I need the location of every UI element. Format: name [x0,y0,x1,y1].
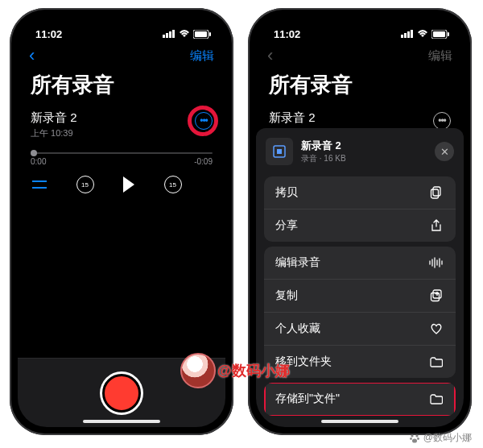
notch [316,16,404,34]
svg-rect-10 [411,30,413,38]
copy-icon [428,186,444,199]
action-move-folder[interactable]: 移到文件夹 [264,346,456,378]
more-icon[interactable]: ••• [195,112,213,130]
action-label: 编辑录音 [275,255,320,270]
action-edit-recording[interactable]: 编辑录音 [264,247,456,280]
status-icons [401,30,449,39]
action-duplicate[interactable]: 复制 [264,280,456,313]
watermark-footer: @数码小娜 [409,431,472,445]
svg-point-22 [410,438,412,440]
svg-point-24 [412,438,417,442]
watermark-avatar [180,353,216,388]
home-indicator[interactable] [83,420,160,423]
svg-rect-12 [433,31,445,37]
edit-button: 编辑 [428,48,452,64]
home-indicator[interactable] [321,420,398,423]
more-icon[interactable]: ••• [433,112,451,130]
heart-icon [428,323,444,334]
action-label: 复制 [275,288,298,303]
action-copy[interactable]: 拷贝 [264,176,456,209]
svg-rect-0 [163,35,165,38]
svg-rect-17 [431,189,439,198]
svg-point-21 [415,434,418,437]
share-sheet: 新录音 2 录音 · 16 KB ✕ 拷贝 分享 [256,128,464,427]
options-button[interactable] [32,179,47,190]
svg-rect-8 [404,33,407,38]
status-time: 11:02 [35,28,62,40]
scrub-start: 0:00 [31,157,46,166]
edit-button[interactable]: 编辑 [190,48,214,64]
scrubber[interactable]: 0:00 -0:09 [18,144,225,169]
recording-time: 上午 10:39 [31,127,213,139]
svg-rect-2 [169,31,171,38]
sheet-subtitle: 录音 · 16 KB [301,153,346,164]
svg-rect-13 [448,32,449,36]
recording-name: 新录音 2 [31,110,213,126]
notch [77,16,166,34]
action-label: 个人收藏 [275,321,320,336]
waveform-icon [428,257,444,268]
skip-forward-button[interactable]: 15 [164,176,182,193]
svg-rect-6 [209,32,211,36]
svg-point-20 [411,434,413,437]
page-title: 所有录音 [18,71,225,107]
status-icons [163,30,211,39]
action-label: 拷贝 [275,185,298,200]
svg-point-23 [417,438,419,440]
svg-rect-15 [277,149,282,154]
close-icon[interactable]: ✕ [435,142,454,161]
svg-rect-5 [195,31,207,37]
watermark-handle: @数码小娜 [217,361,290,380]
skip-back-button[interactable]: 15 [76,176,94,193]
folder-icon [428,357,444,367]
sheet-thumb-icon [266,138,293,165]
action-share[interactable]: 分享 [264,209,456,242]
sheet-title: 新录音 2 [301,139,346,153]
play-button[interactable] [123,176,134,193]
status-time: 11:02 [274,28,300,40]
svg-rect-3 [172,30,175,38]
back-button[interactable]: ‹ [29,45,35,66]
folder-icon [428,394,444,404]
action-favorite[interactable]: 个人收藏 [264,313,456,346]
svg-rect-7 [401,35,403,38]
recording-item[interactable]: 新录音 2 上午 10:39 ••• [18,107,225,144]
share-icon [428,219,444,232]
action-label: 存储到"文件" [275,392,340,406]
page-title: 所有录音 [256,71,464,107]
svg-rect-9 [407,31,410,38]
action-label: 分享 [275,218,298,233]
record-button[interactable] [102,374,141,413]
back-button[interactable]: ‹ [267,45,273,66]
action-save-to-files[interactable]: 存储到"文件" [264,383,456,416]
svg-rect-16 [433,187,440,196]
duplicate-icon [428,289,444,302]
recording-name: 新录音 2 [269,110,451,126]
svg-rect-1 [166,33,168,38]
scrub-end: -0:09 [194,157,213,166]
